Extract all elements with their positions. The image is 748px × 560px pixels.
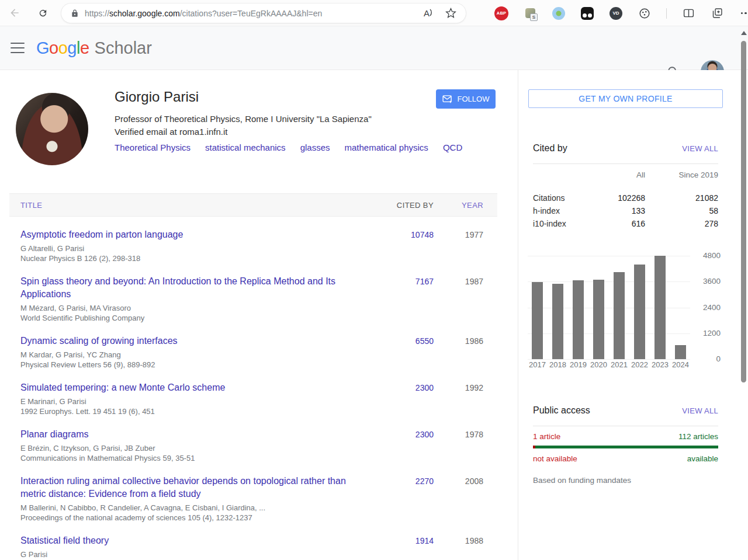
split-screen-icon[interactable] [681, 6, 695, 20]
publication-year: 1977 [434, 228, 483, 263]
publication-title-link[interactable]: Simulated tempering: a new Monte Carlo s… [20, 381, 369, 394]
stat-since-value[interactable]: 58 [645, 206, 718, 215]
bar[interactable] [532, 282, 543, 359]
s-keyboard-extension-icon[interactable]: S [523, 6, 537, 20]
chart-xtick-label: 2024 [672, 359, 689, 371]
citation-bar-2022[interactable]: 2022 [630, 256, 649, 371]
chart-ytick-label: 3600 [703, 276, 721, 287]
cited-by-count-link[interactable]: 6550 [369, 335, 434, 370]
favorite-star-icon[interactable] [445, 8, 456, 19]
citation-bar-2018[interactable]: 2018 [548, 256, 567, 371]
domino-extension-icon[interactable] [580, 6, 594, 20]
not-available-count-link[interactable]: 1 article [533, 432, 560, 441]
cited-by-count-link[interactable]: 7167 [369, 275, 434, 323]
scrollbar-thumb[interactable] [741, 41, 746, 382]
follow-button[interactable]: FOLLOW [436, 89, 496, 109]
bar[interactable] [634, 265, 645, 359]
logo-scholar-text: Scholar [95, 39, 152, 58]
publication-title-link[interactable]: Interaction ruling animal collective beh… [20, 475, 369, 500]
chart-xtick-label: 2020 [590, 359, 607, 371]
cited-by-view-all-link[interactable]: VIEW ALL [682, 144, 718, 153]
blue-dot-extension-icon[interactable] [552, 6, 566, 20]
citation-bar-2019[interactable]: 2019 [569, 256, 588, 371]
publications-list: Asymptotic freedom in parton language G … [9, 217, 497, 560]
scrollbar-up-arrow[interactable] [741, 31, 747, 35]
publication-year: 2008 [434, 475, 483, 523]
cited-by-count-link[interactable]: 10748 [369, 228, 434, 263]
sort-by-year-link[interactable]: YEAR [434, 201, 483, 210]
refresh-icon[interactable] [34, 4, 51, 22]
interest-link[interactable]: glasses [300, 142, 330, 152]
stat-all-value[interactable]: 102268 [593, 193, 645, 203]
public-access-progress-bar [533, 446, 718, 448]
bar[interactable] [552, 284, 563, 359]
get-my-own-profile-button[interactable]: GET MY OWN PROFILE [528, 89, 723, 108]
publication-title-link[interactable]: Statistical field theory [20, 534, 369, 547]
logo-letter: G [36, 39, 49, 58]
sort-by-cited-link[interactable]: CITED BY [369, 201, 434, 210]
stat-all-value[interactable]: 133 [593, 206, 645, 215]
citation-bar-2017[interactable]: 2017 [528, 256, 547, 371]
profile-name: Giorgio Parisi [115, 89, 199, 105]
publication-title-link[interactable]: Planar diagrams [20, 428, 369, 441]
follow-label: FOLLOW [458, 95, 490, 103]
logo-letter: e [80, 39, 89, 58]
page-scrollbar [740, 26, 748, 560]
publication-year: 1978 [434, 428, 483, 463]
collections-icon[interactable] [710, 6, 724, 20]
public-access-counts: 1 article 112 articles [533, 432, 718, 441]
read-aloud-icon[interactable]: A [424, 8, 434, 18]
hamburger-menu-icon[interactable] [11, 43, 25, 53]
bar[interactable] [654, 256, 666, 359]
bar[interactable] [573, 280, 584, 359]
citation-bar-2021[interactable]: 2021 [610, 256, 629, 371]
profile-affiliation: Professor of Theoretical Physics, Rome I… [115, 114, 372, 124]
stat-all-value[interactable]: 616 [593, 219, 645, 228]
chart-xtick-label: 2022 [631, 359, 648, 371]
browser-menu-icon[interactable] [739, 6, 748, 20]
publication-authors: M Kardar, G Parisi, YC Zhang [20, 350, 369, 360]
publication-row: Statistical field theory G Parisi Fronti… [9, 523, 497, 560]
publication-title-link[interactable]: Dynamic scaling of growing interfaces [20, 335, 369, 347]
profile-interests: Theoretical Physics statistical mechanic… [115, 142, 462, 152]
citation-bar-2024[interactable]: 2024 [671, 256, 690, 371]
publication-title-link[interactable]: Spin glass theory and beyond: An Introdu… [20, 275, 369, 301]
bar[interactable] [675, 345, 686, 359]
cited-by-count-link[interactable]: 1914 [369, 534, 434, 560]
interest-link[interactable]: statistical mechanics [205, 142, 286, 152]
adblock-plus-icon[interactable]: ABP [494, 6, 508, 20]
interest-link[interactable]: mathematical physics [344, 142, 428, 152]
citation-bar-2020[interactable]: 2020 [589, 256, 608, 371]
citations-chart-yaxis: 01200240036004800 [695, 256, 721, 359]
bar[interactable] [614, 272, 625, 359]
cited-by-count-link[interactable]: 2300 [369, 428, 434, 463]
lock-icon[interactable] [71, 9, 79, 18]
stat-since-value[interactable]: 278 [645, 219, 718, 228]
publication-authors: M Ballerini, N Cabibbo, R Candelier, A C… [20, 503, 369, 513]
stat-since-value[interactable]: 21082 [645, 193, 718, 203]
bar[interactable] [593, 280, 604, 359]
cited-by-title: Cited by [533, 143, 567, 154]
back-icon[interactable] [6, 4, 23, 22]
profile-photo[interactable] [16, 93, 88, 165]
cookie-icon[interactable] [638, 6, 652, 20]
vd-extension-icon[interactable]: VD [609, 6, 623, 20]
public-access-header: Public access VIEW ALL [533, 405, 718, 416]
sort-by-title-link[interactable]: TITLE [20, 201, 369, 210]
url-path: /citations?user=TeuEgRkAAAAJ&hl=en [180, 9, 323, 18]
chart-xtick-label: 2018 [549, 359, 566, 371]
available-count-link[interactable]: 112 articles [678, 432, 718, 441]
citation-bar-2023[interactable]: 2023 [650, 256, 670, 371]
col-all-label: All [593, 171, 645, 179]
interest-link[interactable]: Theoretical Physics [115, 142, 191, 152]
divider [533, 426, 718, 426]
logo-letter: o [49, 39, 58, 58]
cited-by-count-link[interactable]: 2270 [369, 475, 434, 523]
google-scholar-logo[interactable]: GoogleScholar [36, 26, 152, 70]
public-access-view-all-link[interactable]: VIEW ALL [682, 406, 718, 415]
interest-link[interactable]: QCD [443, 142, 462, 152]
cited-by-count-link[interactable]: 2300 [369, 381, 434, 416]
profile-sidebar: GET MY OWN PROFILE Cited by VIEW ALL All… [518, 70, 740, 560]
address-bar[interactable]: https://scholar.google.com/citations?use… [61, 4, 466, 23]
publication-title-link[interactable]: Asymptotic freedom in parton language [20, 228, 369, 241]
